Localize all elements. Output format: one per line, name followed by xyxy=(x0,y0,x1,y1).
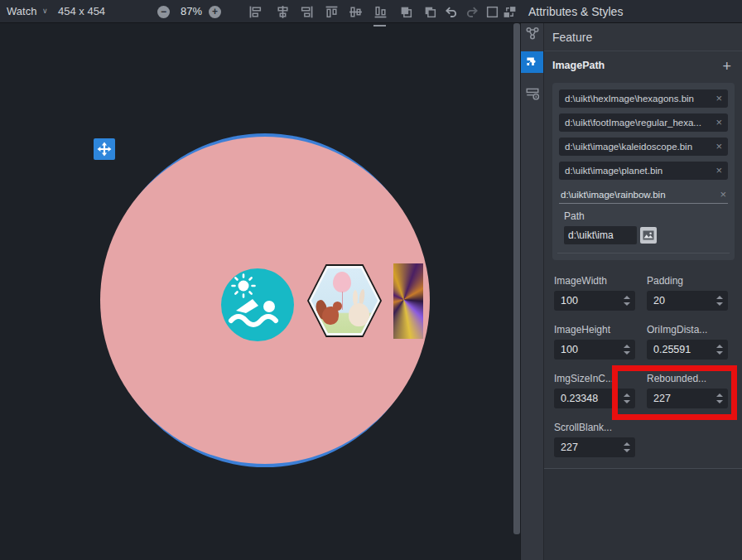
vertical-scrollbar[interactable] xyxy=(513,23,520,534)
divider xyxy=(557,253,730,253)
zoom-level: 87% xyxy=(176,0,206,23)
feature-header: Feature xyxy=(544,23,742,51)
send-backward-icon[interactable] xyxy=(423,5,437,19)
align-center-horizontal-icon[interactable] xyxy=(276,5,290,19)
field-grid: ImageWidth 100 Padding 20 ImageHeight xyxy=(554,275,728,457)
redo-icon[interactable] xyxy=(465,5,479,19)
remove-icon[interactable]: × xyxy=(712,162,722,180)
panel-title: Attributes & Styles xyxy=(528,0,623,23)
field-imgsizeincenter: ImgSizeInC... 0.23348 xyxy=(554,373,635,408)
spinner[interactable] xyxy=(624,291,630,311)
imagepath-label: ImagePath xyxy=(552,60,605,71)
zoom-out-button[interactable]: − xyxy=(157,6,170,18)
oriimgdistance-input[interactable]: 0.25591 xyxy=(647,340,728,360)
remove-icon[interactable]: × xyxy=(712,138,722,156)
padding-input[interactable]: 20 xyxy=(647,291,728,311)
remove-icon[interactable]: × xyxy=(712,113,722,132)
design-canvas[interactable] xyxy=(0,23,513,560)
chevron-down-icon[interactable]: ∨ xyxy=(42,0,48,23)
remove-icon[interactable]: × xyxy=(712,89,722,108)
active-tool-underline xyxy=(373,25,386,27)
app-window: Watch ∨ 454 x 454 − 87% + xyxy=(0,0,742,560)
panel-content: Feature ImagePath + d:\uikt\hexImage\hex… xyxy=(544,23,742,560)
rebounded-input[interactable]: 227 xyxy=(647,389,728,408)
panel-empty-area xyxy=(544,468,742,560)
zoom-in-button[interactable]: + xyxy=(209,6,221,18)
spinner[interactable] xyxy=(716,291,723,311)
canvas-size-label: 454 x 454 xyxy=(58,0,105,23)
imageheight-input[interactable]: 100 xyxy=(554,340,635,360)
watch-menu[interactable]: Watch xyxy=(7,0,36,23)
field-imagewidth: ImageWidth 100 xyxy=(554,275,635,311)
align-right-icon[interactable] xyxy=(300,5,314,19)
tab-feature-active[interactable] xyxy=(521,51,543,73)
info-list-icon[interactable] xyxy=(525,86,540,101)
align-bottom-icon[interactable] xyxy=(373,5,388,19)
path-field-label: Path xyxy=(564,210,728,222)
spinner[interactable] xyxy=(716,389,723,408)
transform-icon[interactable] xyxy=(503,5,517,19)
spinner[interactable] xyxy=(624,389,630,408)
balloon-shape xyxy=(333,272,351,292)
toolbar: Watch ∨ 454 x 454 − 87% + xyxy=(0,0,742,23)
align-top-icon[interactable] xyxy=(325,5,339,19)
move-handle-icon[interactable] xyxy=(94,138,115,160)
field-padding: Padding 20 xyxy=(647,275,728,311)
imagepath-item[interactable]: d:\uikt\footImage\regular_hexa... × xyxy=(559,113,728,132)
path-input-row: d:\uikt\ima xyxy=(564,226,728,244)
imagepath-item[interactable]: d:\uikt\image\kaleidoscope.bin × xyxy=(559,138,728,156)
field-imageheight: ImageHeight 100 xyxy=(554,324,635,360)
squirrel-bunny-hexagon[interactable] xyxy=(307,264,382,337)
imagewidth-input[interactable]: 100 xyxy=(554,291,635,311)
image-icon xyxy=(643,229,654,241)
balloon-string xyxy=(342,292,343,310)
add-imagepath-button[interactable]: + xyxy=(722,56,731,76)
path-input[interactable]: d:\uikt\ima xyxy=(564,226,637,244)
feature-puzzle-icon xyxy=(526,56,538,69)
attributes-panel: Feature ImagePath + d:\uikt\hexImage\hex… xyxy=(520,23,742,560)
spinner[interactable] xyxy=(624,340,630,360)
spinner[interactable] xyxy=(624,437,630,457)
field-scrollblank: ScrollBlank... 227 xyxy=(554,422,635,457)
image-picker-button[interactable] xyxy=(640,227,657,244)
spinner[interactable] xyxy=(716,340,723,360)
marquee-icon[interactable] xyxy=(485,5,499,19)
imgsizeincenter-input[interactable]: 0.23348 xyxy=(554,389,635,408)
scrollblank-input[interactable]: 227 xyxy=(554,437,635,457)
squirrel-head xyxy=(333,302,342,311)
nodes-icon[interactable] xyxy=(525,26,540,41)
align-left-icon[interactable] xyxy=(248,5,263,19)
imagepath-item-selected[interactable]: d:\uikt\image\rainbow.bin × xyxy=(559,186,728,204)
remove-icon[interactable]: × xyxy=(716,186,726,204)
imagepath-item[interactable]: d:\uikt\image\planet.bin × xyxy=(559,162,728,180)
imagepath-section-header: ImagePath + xyxy=(544,55,742,78)
panel-icon-strip xyxy=(521,23,544,560)
swimmer-badge[interactable] xyxy=(221,268,294,341)
imagepath-item[interactable]: d:\uikt\hexImage\hexagons.bin × xyxy=(559,89,728,108)
kaleidoscope-slice[interactable] xyxy=(393,263,423,339)
imagepath-list: d:\uikt\hexImage\hexagons.bin × d:\uikt\… xyxy=(552,83,735,260)
bunny-shape xyxy=(349,303,369,326)
align-middle-vertical-icon[interactable] xyxy=(349,5,363,19)
field-rebounded: Rebounded... 227 xyxy=(647,373,728,408)
bring-forward-icon[interactable] xyxy=(399,5,413,19)
undo-icon[interactable] xyxy=(444,5,458,19)
field-oriimgdistance: OriImgDista... 0.25591 xyxy=(647,324,728,360)
